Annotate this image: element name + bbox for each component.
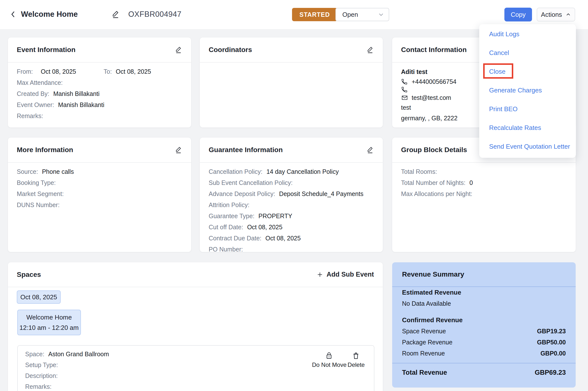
- revenue-row: Space Revenue GBP19.23: [402, 326, 566, 337]
- total-revenue-row: Total Revenue GBP69.23: [402, 369, 566, 377]
- phone-icon: [401, 78, 408, 85]
- menu-item-audit-logs[interactable]: Audit Logs: [479, 25, 576, 43]
- field-row: Cut off Date:Oct 08, 2025: [209, 222, 374, 233]
- actions-button-label: Actions: [541, 11, 562, 18]
- pencil-edit-icon[interactable]: [112, 9, 120, 19]
- card-title: Guarantee Information: [209, 146, 283, 154]
- field-row: Total Rooms:: [401, 166, 567, 177]
- page-title: Welcome Home: [21, 10, 78, 19]
- field-row: Attrition Policy:: [209, 199, 374, 210]
- field-row: Remarks:: [25, 381, 366, 391]
- back-button[interactable]: [9, 10, 18, 19]
- revenue-summary-title: Revenue Summary: [402, 271, 464, 278]
- spaces-header: Spaces Add Sub Event: [8, 262, 383, 287]
- lock-icon: [325, 352, 333, 360]
- field-row: Source:Phone calls: [17, 166, 182, 177]
- status-badge: STARTED: [292, 8, 337, 21]
- field-row: Advance Deposit Policy:Deposit Schedule_…: [209, 188, 374, 199]
- field-row: Contract Due Date:Oct 08, 2025: [209, 233, 374, 244]
- coordinators-header: Coordinators: [200, 37, 383, 63]
- to-value: Oct 08, 2025: [116, 66, 151, 77]
- spaces-card: Spaces Add Sub Event Oct 08, 2025 Welcom…: [8, 262, 383, 391]
- field-row: Description:: [25, 370, 366, 381]
- card-title: Spaces: [17, 271, 41, 279]
- stage-select[interactable]: Open: [336, 8, 389, 21]
- event-code: OXFBR004947: [128, 10, 182, 19]
- trash-icon: [352, 352, 360, 360]
- field-row: Booking Type:: [17, 177, 182, 188]
- more-information-header: More Information: [8, 138, 191, 163]
- field-row: Remarks:: [17, 110, 182, 121]
- menu-item-recalculate-rates[interactable]: Recalculate Rates: [479, 118, 576, 137]
- pencil-edit-icon[interactable]: [175, 145, 182, 154]
- sub-event-time: 12:10 am - 12:20 am: [19, 322, 79, 333]
- menu-item-generate-charges[interactable]: Generate Charges: [479, 81, 576, 99]
- event-information-card: Event Information From: Oct 08, 2025 To:…: [8, 37, 191, 127]
- field-row: DUNS Number:: [17, 199, 182, 210]
- to-label: To:: [104, 66, 112, 77]
- revenue-row: Package Revenue GBP50.00: [402, 337, 566, 348]
- revenue-divider: [392, 363, 576, 363]
- revenue-row-label: Package Revenue: [402, 337, 452, 348]
- revenue-row-label: Room Revenue: [402, 348, 445, 359]
- field-row: Guarantee Type:PROPERTY: [209, 210, 374, 222]
- card-title: Event Information: [17, 46, 76, 54]
- field-row: Event Owner:Manish Billakanti: [17, 99, 182, 110]
- revenue-summary-header: Revenue Summary: [392, 262, 576, 287]
- field-row: Cancellation Policy:14 day Cancellation …: [209, 166, 374, 177]
- sub-event-chip[interactable]: Welcome Home 12:10 am - 12:20 am: [17, 310, 81, 335]
- card-title: More Information: [17, 146, 73, 154]
- guarantee-information-card: Guarantee Information Cancellation Polic…: [200, 138, 383, 252]
- plus-icon: [317, 272, 323, 278]
- total-revenue-label: Total Revenue: [402, 369, 447, 377]
- menu-item-print-beo[interactable]: Print BEO: [479, 99, 576, 118]
- chevron-left-icon: [9, 10, 18, 18]
- revenue-summary-panel: Revenue Summary Estimated Revenue No Dat…: [392, 262, 576, 388]
- delete-label: Delete: [348, 361, 364, 368]
- field-row: Total Number of Nights:0: [401, 177, 567, 188]
- space-detail-box: Space:Aston Grand Ballroom Setup Type: D…: [17, 345, 374, 391]
- card-title: Coordinators: [209, 46, 252, 54]
- pencil-edit-icon[interactable]: [366, 45, 374, 54]
- group-block-details-body: Total Rooms: Total Number of Nights:0 Ma…: [392, 163, 576, 203]
- field-row: Sub Event Cancellation Policy:: [209, 177, 374, 188]
- from-label: From:: [17, 66, 33, 77]
- phone-icon: [401, 86, 408, 93]
- field-row: Max Allocations per Night:: [401, 188, 567, 199]
- add-sub-event-label: Add Sub Event: [327, 271, 374, 278]
- add-sub-event-button[interactable]: Add Sub Event: [317, 271, 374, 278]
- card-title: Contact Information: [401, 46, 467, 54]
- more-information-body: Source:Phone calls Booking Type: Market …: [8, 163, 191, 214]
- sub-event-name: Welcome Home: [26, 312, 72, 322]
- menu-item-close[interactable]: Close: [479, 62, 576, 81]
- field-row: Market Segment:: [17, 188, 182, 199]
- pencil-edit-icon[interactable]: [366, 145, 374, 154]
- menu-item-cancel[interactable]: Cancel: [479, 43, 576, 62]
- chevron-up-icon: [566, 12, 571, 17]
- event-dates-row: From: Oct 08, 2025 To: Oct 08, 2025: [17, 66, 182, 77]
- total-revenue-value: GBP69.23: [535, 369, 566, 377]
- revenue-row: Room Revenue GBP0.00: [402, 348, 566, 359]
- pencil-edit-icon[interactable]: [175, 45, 182, 54]
- confirmed-revenue-heading: Confirmed Revenue: [402, 315, 566, 326]
- space-date-chip-label: Oct 08, 2025: [20, 293, 57, 301]
- event-information-header: Event Information: [8, 37, 191, 63]
- mail-icon: [401, 95, 408, 101]
- actions-button[interactable]: Actions: [537, 8, 575, 21]
- copy-button[interactable]: Copy: [504, 8, 532, 21]
- contact-email: test@test.com: [412, 93, 451, 102]
- coordinators-card: Coordinators: [200, 37, 383, 127]
- revenue-row-value: GBP19.23: [537, 326, 566, 337]
- revenue-row-value: GBP0.00: [540, 348, 566, 359]
- menu-item-send-event-quotation-letter[interactable]: Send Event Quotation Letter: [479, 137, 576, 156]
- event-details-page: Welcome Home OXFBR004947 STARTED Open Co…: [0, 0, 588, 391]
- space-date-chip[interactable]: Oct 08, 2025: [17, 291, 61, 304]
- estimated-revenue-no-data: No Data Available: [402, 298, 566, 309]
- actions-dropdown-menu: Audit Logs Cancel Close Generate Charges…: [479, 24, 576, 158]
- stage-select-value: Open: [342, 11, 358, 18]
- chevron-down-icon: [378, 11, 384, 18]
- card-title: Group Block Details: [401, 146, 467, 154]
- delete-button[interactable]: Delete: [339, 352, 373, 368]
- revenue-row-value: GBP50.00: [537, 337, 566, 348]
- field-row: Created By:Manish Billakanti: [17, 88, 182, 99]
